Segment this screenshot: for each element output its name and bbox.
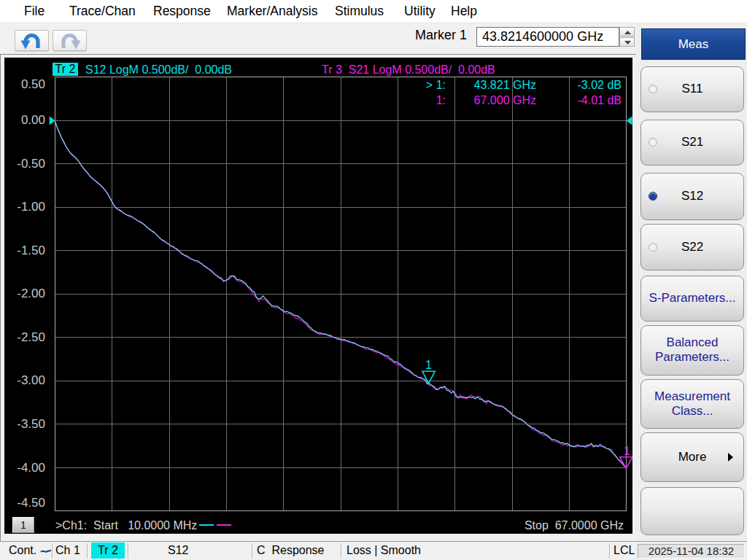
svg-text:1: 1 <box>624 445 630 457</box>
svg-text:1: 1 <box>425 359 432 371</box>
